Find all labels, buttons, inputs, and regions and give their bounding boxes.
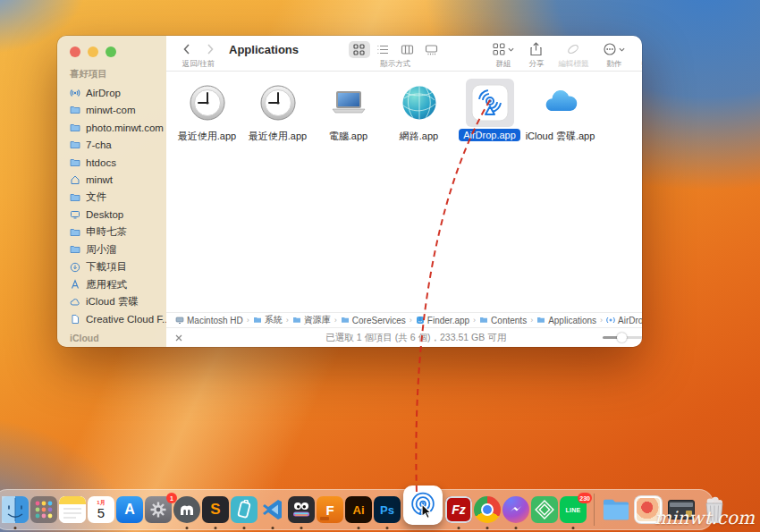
clip-document-icon bbox=[235, 500, 253, 519]
file-computer[interactable]: 電腦.app bbox=[313, 79, 384, 144]
crumb-macintosh-hd[interactable]: Macintosh HD bbox=[175, 316, 243, 325]
window-title: Applications bbox=[229, 43, 299, 56]
running-indicator bbox=[243, 527, 246, 529]
mouse-cursor bbox=[421, 503, 434, 519]
running-indicator bbox=[272, 527, 274, 529]
zoom-button[interactable] bbox=[106, 46, 116, 57]
sidebar-item-photo-minwt[interactable]: photo.minwt.com bbox=[57, 119, 166, 137]
file-label: 最近使用.app bbox=[244, 129, 311, 144]
dock-green-gem-app[interactable] bbox=[530, 489, 559, 530]
globe-icon bbox=[399, 82, 440, 123]
applications-icon bbox=[70, 279, 80, 290]
dock-chrome[interactable] bbox=[473, 489, 502, 530]
forward-button[interactable] bbox=[204, 43, 216, 55]
status-text: 已選取 1 個項目 (共 6 個)，233.51 GB 可用 bbox=[166, 332, 642, 344]
action-label: 動作 bbox=[606, 59, 621, 70]
group-control[interactable]: 群組 bbox=[492, 40, 514, 70]
elephant-icon bbox=[178, 501, 196, 519]
crumb-coreservices[interactable]: CoreServices bbox=[341, 316, 406, 325]
action-control[interactable]: 動作 bbox=[603, 40, 625, 70]
view-gallery-button[interactable] bbox=[421, 41, 443, 58]
running-indicator bbox=[358, 527, 360, 529]
view-list-button[interactable] bbox=[373, 41, 394, 58]
file-recent-2[interactable]: 最近使用.app bbox=[242, 79, 313, 144]
finder-toolbar: 返回/往前 Applications 顯示方式 群組 分享 bbox=[166, 36, 642, 72]
tag-icon bbox=[566, 42, 580, 56]
sidebar-item-desktop[interactable]: Desktop bbox=[57, 207, 166, 224]
minimize-button[interactable] bbox=[88, 46, 98, 57]
dock-sublime-text[interactable]: S bbox=[201, 489, 230, 530]
folder-icon bbox=[253, 316, 262, 325]
share-icon bbox=[529, 42, 543, 56]
sidebar-item-shenshi-tea[interactable]: 申時七茶 bbox=[57, 224, 166, 241]
dock-mamp[interactable] bbox=[173, 489, 201, 530]
status-bar: 已選取 1 個項目 (共 6 個)，233.51 GB 可用 bbox=[166, 327, 642, 347]
sidebar-item-htdocs[interactable]: htdocs bbox=[57, 154, 166, 172]
dock-airdrop-dragged[interactable] bbox=[401, 489, 444, 530]
dock-eyes-app[interactable] bbox=[287, 489, 316, 530]
sidebar-item-minwt-com[interactable]: minwt-com bbox=[57, 102, 166, 120]
dock-app-store[interactable]: A bbox=[115, 489, 144, 530]
finder-main-pane: 返回/往前 Applications 顯示方式 群組 分享 bbox=[166, 36, 642, 347]
filezilla-icon: Fz bbox=[452, 502, 466, 517]
slider-knob[interactable] bbox=[617, 333, 627, 342]
dock-line[interactable]: LINE 230 bbox=[559, 489, 587, 530]
sidebar-item-7cha[interactable]: 7-cha bbox=[57, 137, 166, 155]
dock-system-settings[interactable]: 1 bbox=[144, 489, 173, 530]
close-button[interactable] bbox=[70, 46, 80, 57]
file-network[interactable]: 網路.app bbox=[384, 79, 454, 144]
sidebar-item-zhouxiaoliu[interactable]: 周小溜 bbox=[57, 241, 166, 259]
file-recent-1[interactable]: 最近使用.app bbox=[172, 79, 242, 144]
sidebar-icloud-header: iCloud bbox=[70, 333, 99, 343]
dock-calendar[interactable]: 1月 5 bbox=[87, 489, 115, 530]
dock: 1月 5 A 1 S F Ai Ps bbox=[0, 489, 714, 530]
app-store-icon: A bbox=[124, 502, 135, 518]
running-indicator bbox=[572, 527, 575, 529]
dock-downloads-folder[interactable] bbox=[600, 489, 632, 530]
sidebar-item-applications[interactable]: 應用程式 bbox=[57, 276, 166, 294]
sidebar-item-downloads[interactable]: 下載項目 bbox=[57, 258, 166, 276]
crumb-library[interactable]: 資源庫 bbox=[292, 314, 331, 326]
dock-f-dwg-app[interactable]: F bbox=[316, 489, 344, 530]
watermark: minwt.com bbox=[654, 507, 755, 528]
icon-size-slider[interactable] bbox=[603, 333, 642, 342]
airdrop-app-icon bbox=[469, 82, 511, 123]
dock-filezilla[interactable]: Fz bbox=[444, 489, 473, 530]
dock-illustrator[interactable]: Ai bbox=[344, 489, 373, 530]
tags-label: 編輯標籤 bbox=[558, 59, 588, 70]
sidebar-item-creative-cloud[interactable]: Creative Cloud F... bbox=[57, 311, 166, 329]
finder-icon bbox=[416, 316, 425, 325]
dock-teal-editor[interactable] bbox=[230, 489, 258, 530]
sidebar-item-airdrop[interactable]: AirDrop bbox=[57, 84, 166, 102]
crumb-contents[interactable]: Contents bbox=[479, 316, 527, 325]
crumb-system[interactable]: 系統 bbox=[253, 314, 283, 326]
file-airdrop-selected[interactable]: AirDrop.app bbox=[454, 79, 525, 144]
search-control[interactable]: 搜尋 bbox=[641, 40, 642, 70]
back-button[interactable] bbox=[181, 43, 193, 55]
dock-vscode[interactable] bbox=[258, 489, 287, 530]
cloud-app-icon bbox=[540, 82, 581, 123]
crumb-applications[interactable]: Applications bbox=[536, 316, 596, 325]
sidebar-item-label: minwt-com bbox=[86, 105, 136, 115]
dock-finder[interactable] bbox=[1, 489, 30, 530]
dock-messenger[interactable] bbox=[502, 489, 530, 530]
view-switcher: 顯示方式 bbox=[349, 40, 443, 70]
file-icloud-drive[interactable]: iCloud 雲碟.app bbox=[525, 79, 595, 144]
sidebar-item-label: Desktop bbox=[86, 209, 123, 220]
finder-window: 喜好項目 AirDrop minwt-com photo.minwt.com 7… bbox=[57, 36, 642, 347]
crumb-airdrop-app[interactable]: AirDrop.app bbox=[606, 316, 642, 325]
photoshop-icon: Ps bbox=[380, 503, 394, 517]
sidebar-item-minwt-home[interactable]: minwt bbox=[57, 172, 166, 190]
messenger-bolt-icon bbox=[509, 502, 523, 517]
sidebar-item-documents[interactable]: 文件 bbox=[57, 189, 166, 207]
view-columns-button[interactable] bbox=[397, 41, 418, 58]
crumb-finder-app[interactable]: Finder.app bbox=[416, 316, 469, 325]
dock-launchpad[interactable] bbox=[30, 489, 58, 530]
view-icons-button[interactable] bbox=[349, 41, 370, 58]
nav-group: 返回/往前 bbox=[181, 40, 216, 70]
sidebar-item-icloud-drive[interactable]: iCloud 雲碟 bbox=[57, 293, 166, 311]
share-control[interactable]: 分享 bbox=[528, 40, 544, 70]
dock-photoshop[interactable]: Ps bbox=[373, 489, 401, 530]
airdrop-icon bbox=[606, 316, 615, 325]
dock-notes[interactable] bbox=[58, 489, 87, 530]
